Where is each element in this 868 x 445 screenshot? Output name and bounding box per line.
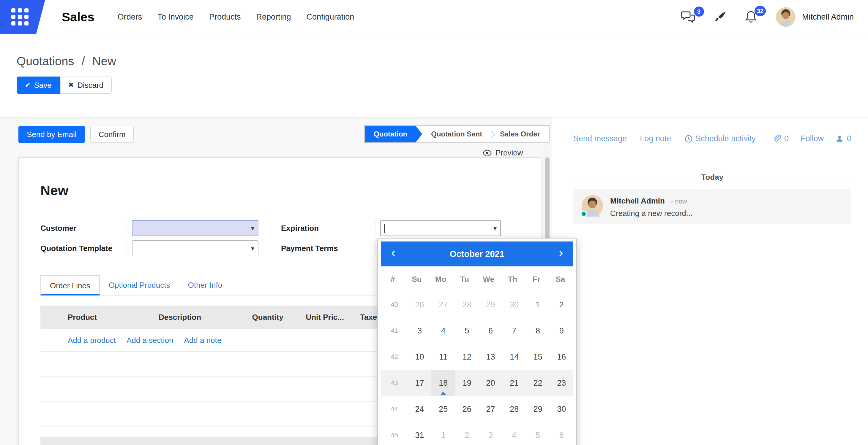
top-menu-item[interactable]: Configuration [299,7,362,27]
follow-button[interactable]: Follow [801,134,824,143]
day-cell[interactable]: 22 [526,370,550,396]
breadcrumb: Quotations / New [17,55,868,68]
theme-brush-button[interactable] [707,6,733,28]
day-cell[interactable]: 23 [550,370,573,396]
day-cell[interactable]: 17 [408,370,432,396]
day-cell[interactable]: 9 [550,317,573,344]
day-cell[interactable]: 16 [550,344,573,370]
column-header[interactable]: Description [150,313,236,321]
column-header[interactable]: Unit Pric... [283,313,344,321]
day-cell[interactable]: 15 [526,344,550,370]
day-cell[interactable]: 10 [408,344,432,370]
messages-button[interactable]: 3 [674,6,702,28]
top-menu-item[interactable]: Reporting [248,7,299,27]
top-menu-item[interactable]: Products [202,7,249,27]
day-cell[interactable]: 2 [455,422,479,445]
datepicker-prev-button[interactable]: ‹ [381,246,406,259]
day-cell[interactable]: 28 [455,291,479,317]
day-cell[interactable]: 28 [502,396,526,422]
message-author[interactable]: Mitchell Admin [610,196,665,205]
day-cell[interactable]: 26 [408,291,432,317]
day-cell[interactable]: 21 [502,370,526,396]
day-cell[interactable]: 30 [550,396,573,422]
send-by-email-button[interactable]: Send by Email [19,126,85,143]
statusbar-step[interactable]: Quotation Sent [422,126,491,142]
chatter-toolbar: Send message Log note Schedule activity … [573,134,851,143]
user-name: Mitchell Admin [802,12,854,21]
weekday-label: Tu [453,274,477,283]
expiration-input[interactable]: ▾ [380,220,501,236]
discard-button[interactable]: ✖ Discard [60,76,112,94]
save-button[interactable]: ✔ Save [17,76,60,94]
list-add-link[interactable]: Add a note [184,336,221,345]
statusbar-step[interactable]: Quotation [365,126,422,142]
day-cell[interactable]: 7 [502,317,526,344]
list-add-link[interactable]: Add a product [68,336,116,345]
day-cell[interactable]: 12 [455,344,479,370]
confirm-button[interactable]: Confirm [90,126,134,143]
topbar-right: 3 32 [674,6,868,28]
online-status-dot [581,211,587,217]
top-menu-item[interactable]: To Invoice [150,7,202,27]
app-name[interactable]: Sales [62,10,94,24]
statusbar-step[interactable]: Sales Order [491,126,549,142]
day-cell[interactable]: 4 [431,317,455,344]
day-cell[interactable]: 31 [408,422,432,445]
day-cell[interactable]: 5 [526,422,550,445]
day-cell[interactable]: 3 [408,317,432,344]
day-cell[interactable]: 24 [408,396,432,422]
apps-grid-icon [11,8,29,26]
list-add-link[interactable]: Add a section [127,336,174,345]
day-cell[interactable]: 30 [502,291,526,317]
dropdown-caret-icon: ▾ [251,224,254,232]
day-cell[interactable]: 2 [550,291,573,317]
day-cell[interactable]: 8 [526,317,550,344]
avatar-image [776,7,796,27]
tab[interactable]: Order Lines [40,275,100,296]
day-cell[interactable]: 20 [479,370,503,396]
customer-label: Customer [40,220,127,236]
day-cell[interactable]: 27 [431,291,455,317]
preview-button[interactable]: Preview [483,148,523,157]
column-header[interactable]: Quantity [236,313,283,321]
discard-button-label: Discard [77,81,103,90]
day-cell[interactable]: 25 [431,396,455,422]
day-cell[interactable]: 13 [479,344,503,370]
customer-input[interactable]: ▾ [132,220,258,236]
log-note-button[interactable]: Log note [640,134,671,143]
quotation-template-input[interactable]: ▾ [132,240,258,256]
day-cell[interactable]: 6 [479,317,503,344]
apps-menu-button[interactable] [0,0,45,34]
day-cell[interactable]: 1 [431,422,455,445]
activities-button[interactable]: 32 [738,6,764,28]
day-cell[interactable]: 19 [455,370,479,396]
datepicker-title[interactable]: October 2021 [381,249,573,259]
day-cell[interactable]: 27 [479,396,503,422]
expiration-label: Expiration [281,220,375,236]
send-message-button[interactable]: Send message [573,134,627,143]
day-cell[interactable]: 29 [479,291,503,317]
day-cell-today[interactable]: 18 [431,370,455,396]
day-cell[interactable]: 14 [502,344,526,370]
breadcrumb-quotations[interactable]: Quotations [17,55,74,68]
day-cell[interactable]: 1 [526,291,550,317]
schedule-activity-button[interactable]: Schedule activity [684,134,756,143]
day-cell[interactable]: 5 [455,317,479,344]
weekday-label: Sa [548,274,572,283]
day-cell[interactable]: 4 [502,422,526,445]
week-number: 41 [381,317,408,344]
datepicker-next-button[interactable]: › [548,246,573,259]
tab[interactable]: Optional Products [100,275,179,295]
column-header[interactable]: Product [40,313,150,321]
day-cell[interactable]: 6 [550,422,573,445]
day-cell[interactable]: 3 [479,422,503,445]
tab[interactable]: Other Info [179,275,231,295]
day-cell[interactable]: 26 [455,396,479,422]
attachments-button[interactable]: 0 [772,134,789,143]
day-cell[interactable]: 29 [526,396,550,422]
day-cell[interactable]: 11 [431,344,455,370]
followers-button[interactable]: 0 [836,134,851,143]
top-menu-item[interactable]: Orders [110,7,150,27]
user-menu[interactable]: Mitchell Admin [776,7,854,27]
statusbar-step-label: Quotation Sent [431,130,482,138]
